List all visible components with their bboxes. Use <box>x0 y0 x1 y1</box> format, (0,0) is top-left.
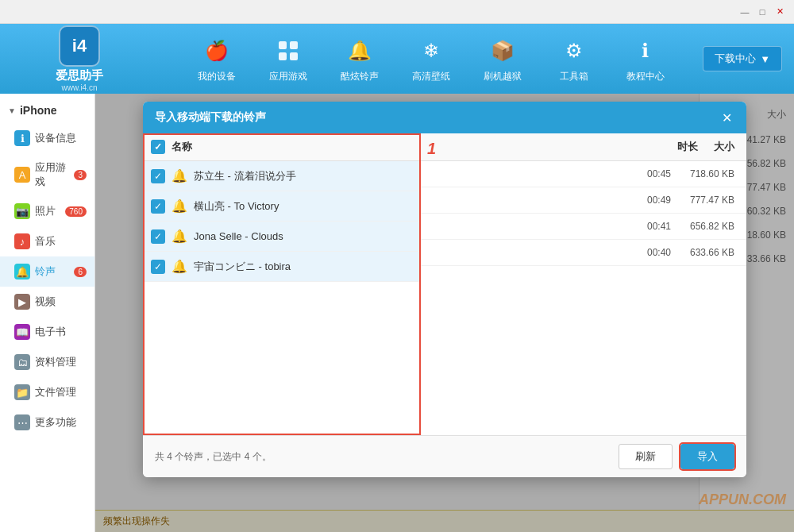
minimize-button[interactable]: — <box>737 5 753 19</box>
ebooks-sidebar-icon: 📖 <box>14 324 30 340</box>
sidebar-item-photos[interactable]: 📷 照片 760 <box>0 196 94 226</box>
logo-icon: i4 <box>59 25 100 67</box>
sidebar-item-device-info[interactable]: ℹ 设备信息 <box>0 123 94 153</box>
sidebar: ▼ iPhone ℹ 设备信息 A 应用游戏 3 📷 照片 760 ♪ 音乐 🔔… <box>0 94 95 532</box>
right-size-0: 718.60 KB <box>671 168 734 179</box>
right-name-1 <box>433 195 631 206</box>
item-name-3: 宇宙コンビニ - tobira <box>194 260 291 274</box>
device-header[interactable]: ▼ iPhone <box>0 98 94 123</box>
nav-toolbox[interactable]: ⚙ 工具箱 <box>538 29 610 90</box>
sidebar-item-ringtones[interactable]: 🔔 铃声 6 <box>0 256 94 287</box>
sidebar-more-label: 更多功能 <box>35 415 76 430</box>
item-checkbox-3[interactable]: ✓ <box>151 260 165 274</box>
sidebar-item-file-mgmt[interactable]: 📁 文件管理 <box>0 377 94 407</box>
apps-badge: 3 <box>74 170 87 180</box>
nav-jailbreak[interactable]: 📦 刷机越狱 <box>467 29 538 90</box>
sidebar-device-info-label: 设备信息 <box>35 131 76 145</box>
logo-name: 爱思助手 <box>56 68 103 83</box>
list-item[interactable]: ✓ 🔔 Jona Selle - Clouds <box>143 222 420 252</box>
right-header-name <box>433 140 661 154</box>
apps-icon <box>272 35 304 67</box>
close-button[interactable]: ✕ <box>772 5 788 19</box>
list-item[interactable]: ✓ 🔔 宇宙コンビニ - tobira <box>143 252 420 282</box>
right-size-2: 656.82 KB <box>671 221 734 232</box>
maximize-button[interactable]: □ <box>754 5 770 19</box>
ringtones-badge: 6 <box>74 267 87 277</box>
nav-my-device[interactable]: 🍎 我的设备 <box>181 29 252 90</box>
download-center-button[interactable]: 下载中心 ▼ <box>703 46 782 71</box>
nav-ringtones-label: 酷炫铃声 <box>341 70 379 83</box>
dialog-header: 导入移动端下载的铃声 ✕ <box>143 102 746 133</box>
sidebar-item-video[interactable]: ▶ 视频 <box>0 287 94 317</box>
nav-apps[interactable]: 应用游戏 <box>252 29 324 90</box>
right-item-1: 00:49 777.47 KB <box>421 187 746 214</box>
item-checkbox-1[interactable]: ✓ <box>151 199 165 214</box>
bell-icon-3: 🔔 <box>172 259 187 274</box>
sidebar-music-label: 音乐 <box>35 234 56 249</box>
dialog-footer: 共 4 个铃声，已选中 4 个。 刷新 导入 <box>143 435 746 477</box>
right-item-2: 00:41 656.82 KB <box>421 214 746 240</box>
right-item-3: 00:40 633.66 KB <box>421 240 746 266</box>
sidebar-item-apps[interactable]: A 应用游戏 3 <box>0 153 94 196</box>
sidebar-item-ebooks[interactable]: 📖 电子书 <box>0 317 94 347</box>
nav-ringtones[interactable]: 🔔 酷炫铃声 <box>324 29 395 90</box>
photos-sidebar-icon: 📷 <box>14 203 30 219</box>
nav-wallpaper-label: 高清壁纸 <box>412 70 450 83</box>
ringtone-list-panel: ✓ 名称 ✓ 🔔 苏立生 - 流着泪说分手 ✓ 🔔 <box>143 133 421 435</box>
right-duration-0: 00:45 <box>631 168 671 179</box>
check-all-checkbox[interactable]: ✓ <box>151 140 165 154</box>
nav-toolbox-label: 工具箱 <box>560 70 588 83</box>
right-header-size: 大小 <box>698 140 734 154</box>
tutorials-icon: ℹ <box>630 35 661 67</box>
svg-rect-3 <box>290 52 298 60</box>
sidebar-video-label: 视频 <box>35 295 56 309</box>
device-info-icon: ℹ <box>14 130 30 146</box>
dialog-body: 1 ✓ 名称 ✓ 🔔 <box>143 133 746 435</box>
right-panel-header: 时长 大小 <box>421 133 746 161</box>
right-panel: 时长 大小 00:45 718.60 KB 00:49 777.47 KB <box>421 133 746 435</box>
import-button[interactable]: 导入 <box>680 444 734 469</box>
nav-items: 🍎 我的设备 应用游戏 🔔 酷炫铃声 ❄ 高清壁纸 📦 刷机越狱 ⚙ 工具箱 ℹ… <box>159 29 703 90</box>
svg-rect-0 <box>279 41 287 49</box>
right-name-2 <box>433 221 631 232</box>
sidebar-data-mgmt-label: 资料管理 <box>35 355 76 369</box>
list-item[interactable]: ✓ 🔔 苏立生 - 流着泪说分手 <box>143 161 420 191</box>
item-checkbox-2[interactable]: ✓ <box>151 229 165 244</box>
top-navigation: i4 爱思助手 www.i4.cn 🍎 我的设备 应用游戏 🔔 酷炫铃声 ❄ 高… <box>0 24 794 94</box>
list-header-name: 名称 <box>172 140 192 154</box>
triangle-icon: ▼ <box>8 106 16 115</box>
item-checkbox-0[interactable]: ✓ <box>151 169 165 183</box>
nav-tutorials[interactable]: ℹ 教程中心 <box>610 29 681 90</box>
file-mgmt-sidebar-icon: 📁 <box>14 384 30 400</box>
toolbox-icon: ⚙ <box>558 35 590 67</box>
main-area: ▼ iPhone ℹ 设备信息 A 应用游戏 3 📷 照片 760 ♪ 音乐 🔔… <box>0 94 794 532</box>
nav-wallpaper[interactable]: ❄ 高清壁纸 <box>395 29 467 90</box>
download-arrow-icon: ▼ <box>760 53 770 65</box>
item-name-2: Jona Selle - Clouds <box>194 230 283 242</box>
video-sidebar-icon: ▶ <box>14 294 30 310</box>
watermark: APPUN.COM <box>699 492 786 508</box>
more-sidebar-icon: ⋯ <box>14 414 30 430</box>
import-dialog: 导入移动端下载的铃声 ✕ 1 ✓ 名称 <box>143 102 746 477</box>
refresh-button[interactable]: 刷新 <box>619 444 673 469</box>
right-name-0 <box>433 168 631 179</box>
sidebar-item-data-mgmt[interactable]: 🗂 资料管理 <box>0 347 94 377</box>
modal-overlay: 导入移动端下载的铃声 ✕ 1 ✓ 名称 <box>95 94 794 532</box>
wallpaper-icon: ❄ <box>415 35 447 67</box>
list-header: ✓ 名称 <box>143 133 420 161</box>
list-item[interactable]: ✓ 🔔 横山亮 - To Victory <box>143 191 420 222</box>
sidebar-item-more[interactable]: ⋯ 更多功能 <box>0 407 94 438</box>
bell-icon-2: 🔔 <box>172 229 187 244</box>
dialog-close-button[interactable]: ✕ <box>719 110 734 125</box>
right-size-3: 633.66 KB <box>671 247 734 258</box>
sidebar-item-music[interactable]: ♪ 音乐 <box>0 226 94 256</box>
nav-jailbreak-label: 刷机越狱 <box>484 70 522 83</box>
sidebar-photos-label: 照片 <box>35 204 56 218</box>
nav-my-device-label: 我的设备 <box>198 70 236 83</box>
right-name-3 <box>433 247 631 258</box>
content-area: 大小 641.27 KB 656.82 KB 777.47 KB 760.32 … <box>95 94 794 532</box>
svg-rect-2 <box>290 41 298 49</box>
right-item-0: 00:45 718.60 KB <box>421 161 746 187</box>
device-name: iPhone <box>20 104 57 117</box>
right-header-duration: 时长 <box>661 140 698 154</box>
